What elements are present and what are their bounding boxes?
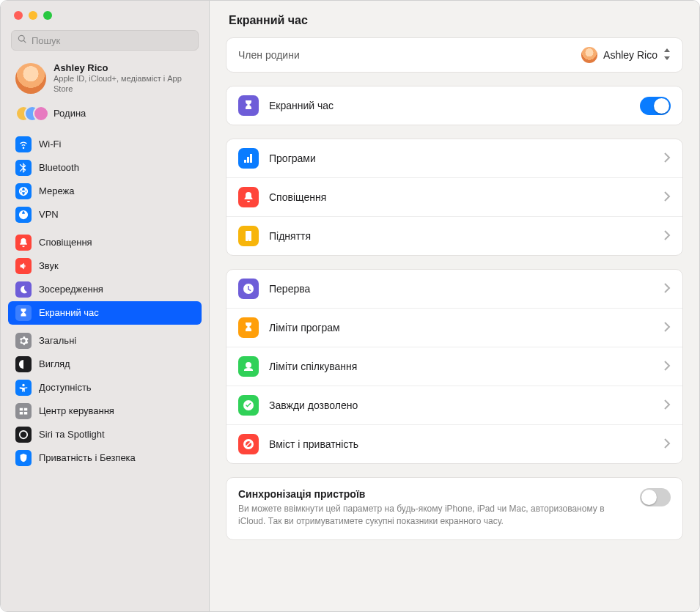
allowed-icon bbox=[238, 395, 259, 416]
screen-time-toggle[interactable] bbox=[640, 97, 671, 115]
usage-panel: ПрограмиСповіщенняПідняття bbox=[226, 139, 683, 256]
sidebar-item-controlcenter[interactable]: Центр керування bbox=[8, 399, 202, 423]
applimits-icon bbox=[238, 317, 259, 338]
account-subtitle: Apple ID, iCloud+, медіавміст і App Stor… bbox=[54, 73, 197, 95]
row-commlimits[interactable]: Ліміти спілкування bbox=[226, 347, 682, 386]
row-allowed[interactable]: Завжди дозволено bbox=[226, 386, 682, 425]
sidebar-item-family[interactable]: Родина bbox=[1, 103, 209, 128]
sidebar-item-label: Центр керування bbox=[39, 405, 114, 416]
member-name: Ashley Rico bbox=[603, 49, 657, 61]
sidebar-list: Wi-FiBluetoothМережаVPNСповіщенняЗвукЗос… bbox=[1, 128, 209, 611]
sidebar: Ashley Rico Apple ID, iCloud+, медіавміс… bbox=[1, 1, 210, 611]
sidebar-item-focus[interactable]: Зосередження bbox=[8, 278, 202, 301]
sidebar-item-privacy[interactable]: Приватність і Безпека bbox=[8, 446, 202, 470]
sidebar-item-screentime[interactable]: Екранний час bbox=[8, 301, 202, 325]
search-icon bbox=[18, 34, 32, 46]
chevron-right-icon bbox=[664, 152, 671, 165]
search-input[interactable] bbox=[32, 35, 192, 46]
apps-icon bbox=[238, 148, 259, 169]
bluetooth-icon bbox=[15, 160, 32, 176]
content-icon bbox=[238, 434, 259, 454]
general-icon bbox=[15, 333, 32, 349]
downtime-icon bbox=[238, 279, 259, 299]
hourglass-icon bbox=[238, 95, 259, 116]
row-applimits[interactable]: Ліміти програм bbox=[226, 309, 682, 347]
sidebar-item-vpn[interactable]: VPN bbox=[8, 203, 202, 226]
sidebar-item-network[interactable]: Мережа bbox=[8, 180, 202, 203]
row-content[interactable]: Вміст і приватність bbox=[226, 425, 682, 463]
row-apps[interactable]: Програми bbox=[226, 139, 682, 178]
sidebar-item-label: Доступність bbox=[39, 382, 92, 393]
sync-devices-section: Синхронізація пристроїв Ви можете ввімкн… bbox=[226, 477, 683, 540]
sync-toggle[interactable] bbox=[640, 488, 671, 506]
chevron-right-icon bbox=[664, 438, 671, 451]
account-avatar bbox=[15, 63, 46, 94]
sidebar-item-accessibility[interactable]: Доступність bbox=[8, 376, 202, 399]
sidebar-item-sound[interactable]: Звук bbox=[8, 254, 202, 278]
row-notif[interactable]: Сповіщення bbox=[226, 178, 682, 217]
family-label: Родина bbox=[54, 108, 86, 119]
zoom-window-button[interactable] bbox=[43, 11, 52, 20]
family-member-selector[interactable]: Член родини Ashley Rico bbox=[226, 38, 682, 72]
screen-time-row: Екранний час bbox=[226, 86, 682, 125]
sidebar-item-label: Вигляд bbox=[39, 358, 70, 369]
row-label: Сповіщення bbox=[269, 191, 664, 203]
sidebar-item-label: Приватність і Безпека bbox=[39, 452, 136, 463]
sidebar-item-label: Wi-Fi bbox=[39, 139, 61, 150]
apple-id-account[interactable]: Ashley Rico Apple ID, iCloud+, медіавміс… bbox=[1, 58, 209, 103]
account-name: Ashley Rico bbox=[54, 62, 197, 73]
accessibility-icon bbox=[15, 380, 32, 396]
close-window-button[interactable] bbox=[14, 11, 23, 20]
sidebar-item-siri[interactable]: Siri та Spotlight bbox=[8, 423, 202, 446]
siri-icon bbox=[15, 427, 32, 443]
vpn-icon bbox=[15, 207, 32, 223]
chevron-right-icon bbox=[664, 399, 671, 412]
sync-description: Ви можете ввімкнути цей параметр на будь… bbox=[238, 503, 619, 528]
sidebar-item-label: Сповіщення bbox=[39, 237, 92, 248]
appearance-icon bbox=[15, 356, 32, 372]
commlimits-icon bbox=[238, 356, 259, 377]
chevron-right-icon bbox=[664, 191, 671, 204]
controlcenter-icon bbox=[15, 403, 32, 419]
row-label: Ліміти спілкування bbox=[269, 361, 664, 372]
sidebar-item-wifi[interactable]: Wi-Fi bbox=[8, 133, 202, 156]
sidebar-item-label: Мережа bbox=[39, 185, 74, 196]
sidebar-item-appearance[interactable]: Вигляд bbox=[8, 353, 202, 376]
pickups-icon bbox=[238, 226, 259, 246]
family-avatars-icon bbox=[15, 105, 46, 122]
settings-window: Ashley Rico Apple ID, iCloud+, медіавміс… bbox=[0, 0, 700, 612]
sidebar-item-label: Звук bbox=[39, 260, 59, 271]
sidebar-item-label: VPN bbox=[39, 209, 59, 220]
sync-title: Синхронізація пристроїв bbox=[238, 488, 640, 500]
chevron-right-icon bbox=[664, 283, 671, 295]
row-downtime[interactable]: Перерва bbox=[226, 270, 682, 309]
dropdown-arrows-icon bbox=[663, 48, 671, 62]
chevron-right-icon bbox=[664, 361, 671, 373]
network-icon bbox=[15, 183, 32, 199]
member-avatar bbox=[581, 47, 597, 63]
sidebar-item-general[interactable]: Загальні bbox=[8, 329, 202, 353]
notif-icon bbox=[238, 187, 259, 207]
focus-icon bbox=[15, 281, 32, 298]
screen-time-label: Екранний час bbox=[269, 100, 640, 111]
row-label: Вміст і приватність bbox=[269, 438, 664, 450]
chevron-right-icon bbox=[664, 230, 671, 243]
search-field[interactable] bbox=[11, 30, 199, 51]
row-label: Завжди дозволено bbox=[269, 399, 664, 411]
sound-icon bbox=[15, 258, 32, 274]
privacy-icon bbox=[15, 450, 32, 466]
screentime-icon bbox=[15, 305, 32, 321]
page-title: Екранний час bbox=[210, 1, 699, 37]
sidebar-item-label: Bluetooth bbox=[39, 162, 79, 173]
row-label: Перерва bbox=[269, 283, 664, 295]
row-pickups[interactable]: Підняття bbox=[226, 217, 682, 255]
main-pane: Екранний час Член родини Ashley Rico bbox=[210, 1, 699, 611]
sidebar-item-bluetooth[interactable]: Bluetooth bbox=[8, 156, 202, 180]
row-label: Підняття bbox=[269, 230, 664, 242]
minimize-window-button[interactable] bbox=[29, 11, 37, 20]
sidebar-item-notifications[interactable]: Сповіщення bbox=[8, 231, 202, 254]
wifi-icon bbox=[15, 136, 32, 152]
chevron-right-icon bbox=[664, 322, 671, 334]
limits-panel: ПерерваЛіміти програмЛіміти спілкуванняЗ… bbox=[226, 269, 683, 464]
row-label: Ліміти програм bbox=[269, 322, 664, 333]
